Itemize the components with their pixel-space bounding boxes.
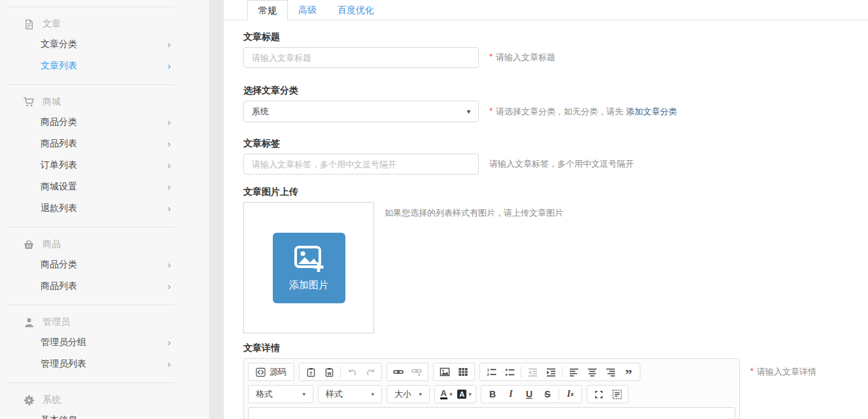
align-right-button[interactable] bbox=[601, 364, 619, 380]
underline-button[interactable]: U bbox=[520, 386, 538, 402]
paste-text-button[interactable]: T bbox=[302, 364, 320, 380]
bulleted-list-icon bbox=[505, 367, 515, 377]
numbered-list-button[interactable]: 12 bbox=[482, 364, 500, 380]
outdent-button[interactable] bbox=[523, 364, 542, 380]
sidebar-item[interactable]: 商品分类› bbox=[9, 254, 175, 275]
indent-button[interactable] bbox=[542, 364, 560, 380]
undo-button[interactable] bbox=[343, 364, 361, 380]
sidebar-section: 系统基本信息› bbox=[9, 382, 175, 419]
sidebar-section-header: 文章 bbox=[9, 15, 175, 33]
text-color-button[interactable]: A▾ bbox=[437, 386, 455, 402]
sidebar-item[interactable]: 订单列表› bbox=[9, 154, 175, 176]
style-combo[interactable]: 样式▾ bbox=[321, 386, 379, 402]
tab[interactable]: 高级 bbox=[288, 0, 327, 20]
sidebar-item[interactable]: 文章列表› bbox=[9, 55, 175, 76]
paste-word-icon: W bbox=[324, 367, 334, 377]
svg-text:W: W bbox=[327, 371, 332, 375]
remove-format-button[interactable]: Ix bbox=[561, 386, 580, 402]
maximize-icon bbox=[594, 390, 604, 399]
strike-button[interactable]: S bbox=[538, 386, 557, 402]
required-asterisk: * bbox=[489, 52, 493, 61]
table-icon bbox=[458, 367, 468, 377]
align-left-button[interactable] bbox=[564, 364, 583, 380]
sidebar-item[interactable]: 商品列表› bbox=[9, 133, 175, 154]
redo-button[interactable] bbox=[361, 364, 379, 380]
underline-icon: U bbox=[526, 390, 532, 399]
sidebar-item-label: 退款列表 bbox=[41, 203, 77, 214]
sidebar-item[interactable]: 商品分类› bbox=[9, 111, 175, 133]
sidebar-item-label: 商城设置 bbox=[41, 181, 77, 193]
sidebar-item-label: 订单列表 bbox=[41, 159, 77, 171]
sidebar-item[interactable]: 商品列表› bbox=[9, 275, 175, 297]
sidebar: 文章文章分类›文章列表›商城商品分类›商品列表›订单列表›商城设置›退款列表›商… bbox=[0, 0, 209, 419]
image-upload-box[interactable]: 添加图片 bbox=[243, 202, 374, 333]
redo-icon bbox=[366, 367, 375, 377]
add-category-link[interactable]: 添加文章分类 bbox=[626, 107, 677, 116]
toolbar-group: 格式▾ bbox=[248, 385, 313, 403]
tab[interactable]: 常规 bbox=[247, 0, 288, 20]
editor-content-area[interactable] bbox=[248, 407, 735, 419]
link-button[interactable] bbox=[389, 364, 408, 380]
sidebar-item-label: 基本信息 bbox=[41, 414, 77, 419]
toolbar-separator bbox=[521, 367, 521, 378]
sidebar-item-label: 商品分类 bbox=[41, 259, 77, 271]
field-article-category: 选择文章分类 系统 ▼ *请选择文章分类，如无分类，请先添加文章分类 bbox=[243, 85, 868, 122]
size-combo-label: 大小 bbox=[394, 388, 411, 400]
article-image-hint: 如果您选择的列表样式有图片，请上传文章图片 bbox=[385, 207, 563, 219]
unlink-button[interactable] bbox=[408, 364, 426, 380]
article-tags-input[interactable] bbox=[243, 154, 479, 175]
chevron-right-icon: › bbox=[167, 203, 171, 213]
size-combo[interactable]: 大小▾ bbox=[389, 386, 427, 402]
bold-button[interactable]: B bbox=[483, 386, 502, 402]
table-button[interactable] bbox=[454, 364, 472, 380]
format-combo[interactable]: 格式▾ bbox=[251, 386, 311, 402]
cart-icon bbox=[23, 96, 35, 108]
toolbar-group bbox=[433, 363, 475, 381]
source-button[interactable]: 源码 bbox=[251, 364, 292, 380]
sidebar-item[interactable]: 退款列表› bbox=[9, 197, 175, 219]
blockquote-button[interactable]: ” bbox=[619, 364, 638, 380]
svg-text:T: T bbox=[309, 371, 313, 375]
toolbar-group: 12” bbox=[479, 363, 640, 381]
tab[interactable]: 百度优化 bbox=[327, 0, 385, 20]
image-button[interactable] bbox=[436, 364, 454, 380]
align-left-icon bbox=[569, 367, 579, 377]
link-icon bbox=[393, 367, 404, 377]
svg-text:2: 2 bbox=[487, 372, 489, 377]
bg-color-button[interactable]: A▾ bbox=[455, 386, 474, 402]
chevron-right-icon: › bbox=[167, 39, 171, 49]
paste-word-button[interactable]: W bbox=[320, 364, 338, 380]
sidebar-section-header: 商品 bbox=[9, 235, 175, 254]
sidebar-section-title: 商品 bbox=[43, 239, 61, 250]
toolbar-group: 样式▾ bbox=[318, 385, 382, 403]
chevron-right-icon: › bbox=[167, 337, 171, 347]
sidebar-section-header: 系统 bbox=[9, 391, 175, 409]
outdent-icon bbox=[528, 367, 538, 377]
required-asterisk: * bbox=[489, 106, 493, 116]
align-center-button[interactable] bbox=[583, 364, 601, 380]
sidebar-section: 商城商品分类›商品列表›订单列表›商城设置›退款列表› bbox=[9, 84, 175, 227]
sidebar-item[interactable]: 商城设置› bbox=[9, 176, 175, 197]
bulleted-list-button[interactable] bbox=[500, 364, 519, 380]
article-title-input[interactable] bbox=[243, 47, 479, 68]
sidebar-item[interactable]: 文章分类› bbox=[9, 33, 175, 55]
bg-color-icon: A▾ bbox=[457, 390, 471, 399]
toolbar-separator bbox=[562, 367, 563, 378]
article-detail-hint: *请输入文章详情 bbox=[750, 366, 816, 378]
maximize-button[interactable] bbox=[589, 386, 608, 402]
sidebar-item[interactable]: 管理员分组› bbox=[9, 331, 175, 353]
sidebar-item[interactable]: 基本信息› bbox=[9, 409, 175, 419]
italic-button[interactable]: I bbox=[502, 386, 520, 402]
sidebar-section-title: 商城 bbox=[43, 96, 61, 108]
indent-icon bbox=[546, 367, 556, 377]
hint-text: 请选择文章分类，如无分类，请先 bbox=[496, 107, 623, 116]
gear-icon bbox=[23, 394, 35, 406]
add-image-button-label: 添加图片 bbox=[289, 279, 328, 292]
add-image-button[interactable]: 添加图片 bbox=[273, 233, 345, 303]
show-blocks-button[interactable] bbox=[608, 386, 626, 402]
sidebar-item[interactable]: 管理员列表› bbox=[9, 353, 175, 375]
article-category-select[interactable]: 系统 ▼ bbox=[243, 101, 479, 122]
chevron-down-icon: ▾ bbox=[302, 391, 305, 397]
sidebar-section-title: 管理员 bbox=[43, 316, 70, 328]
editor-toolbar-row-2: 格式▾样式▾大小▾A▾A▾BIUSIx bbox=[248, 385, 735, 403]
